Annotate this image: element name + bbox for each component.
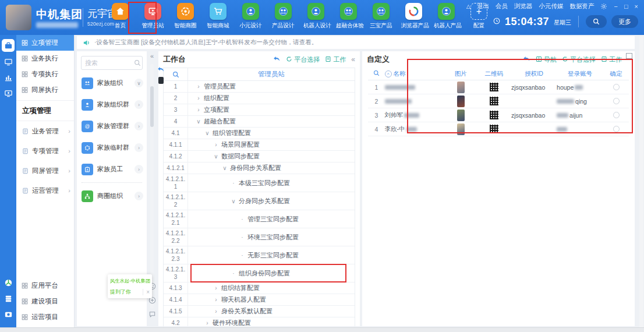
topnav-item-小元设计[interactable]: 小元设计 — [237, 3, 264, 30]
sidebar-item-运营项目[interactable]: 运营项目 — [16, 309, 74, 325]
close-icon[interactable]: × — [635, 3, 638, 10]
tree-row[interactable]: 2›组织配置 — [164, 93, 355, 104]
topnav-item-机器人产品[interactable]: 机器人产品 — [433, 3, 460, 30]
tree-row[interactable]: 3›立项配置 — [164, 104, 355, 116]
sidebar-subitem-同屏管理[interactable]: 同屏管理› — [16, 161, 74, 181]
chevron-right-icon[interactable]: › — [135, 143, 143, 152]
sidebar-subitem-专项管理[interactable]: 专项管理› — [16, 141, 74, 161]
toplink-会员[interactable]: 会员 — [496, 2, 508, 10]
tree-row[interactable]: 4∨超融合配置 — [164, 116, 355, 128]
org-group-家族组织群[interactable]: 家族组织群› — [77, 94, 147, 115]
maximize-icon[interactable]: □ — [624, 3, 628, 10]
table-row[interactable]: 1zjsqxsanbaohoupe — [368, 80, 629, 94]
stack-icon[interactable] — [2, 292, 14, 304]
tree-row[interactable]: 4.1.2.1.1·本级三宝同步配置 — [164, 174, 355, 192]
user-avatar[interactable] — [6, 5, 31, 30]
more-button[interactable]: 更多 — [611, 15, 638, 28]
tree-row[interactable]: 4.1∨组织管理配置 — [164, 128, 355, 139]
chevron-right-icon[interactable]: › — [195, 107, 202, 113]
chevron-down-icon[interactable]: ∨ — [213, 153, 220, 160]
topnav-item-机器人设计[interactable]: 机器人设计 — [302, 3, 330, 30]
chevron-right-icon[interactable]: › — [195, 83, 202, 90]
briefcase-icon[interactable] — [2, 39, 15, 52]
topnav-item-管理员站[interactable]: 管理员站 — [139, 3, 167, 30]
org-group-家族员工[interactable]: 家族员工› — [77, 158, 147, 180]
chevron-right-icon[interactable]: › — [135, 192, 143, 200]
radio-button[interactable] — [613, 112, 620, 118]
radio-button[interactable] — [613, 126, 620, 132]
topnav-item-智能商城[interactable]: 智能商城 — [204, 3, 232, 30]
tree-search-icon[interactable] — [164, 68, 188, 80]
qr-code[interactable] — [490, 97, 498, 105]
collapse-left-icon[interactable]: « — [147, 51, 157, 59]
sidebar-item-应用平台[interactable]: 应用平台 — [16, 278, 74, 294]
chart-icon[interactable] — [2, 72, 14, 83]
chevron-down-icon[interactable]: ∨ — [195, 118, 202, 125]
globe-icon[interactable] — [2, 277, 14, 288]
notification-bar[interactable]: ·设备智三宝商圈 [设备交付物机器人消息]王宁-中机智科发布一条交付物，请查看。 — [77, 36, 635, 49]
org-group-商圈组织[interactable]: 商圈组织› — [77, 185, 147, 207]
topnav-item-三宝产品[interactable]: 三宝产品 — [367, 3, 395, 30]
chevron-down-icon[interactable]: ∨ — [204, 130, 211, 136]
action-工作[interactable]: 工作 — [601, 55, 622, 64]
tree-row[interactable]: 4.1.2.1.2.2·环境三宝同步配置 — [164, 228, 355, 246]
camera-icon[interactable] — [2, 308, 14, 320]
gear-icon[interactable] — [600, 3, 607, 10]
chevron-right-icon[interactable]: › — [195, 95, 202, 101]
chat-icon[interactable] — [147, 310, 157, 320]
topnav-item-智能商圈[interactable]: 智能商圈 — [172, 3, 199, 30]
chevron-right-icon[interactable]: › — [213, 142, 220, 148]
tree-row[interactable]: 4.1.2.1.2.3·无影三宝同步配置 — [164, 246, 355, 264]
tree-row[interactable]: 1›管理员配置 — [164, 81, 355, 93]
table-row[interactable]: 3刘帅军zjsqxsanbaoaijun — [368, 108, 629, 122]
collapse-all-icon[interactable]: ^ — [385, 70, 392, 77]
action-导航[interactable]: 导航 — [536, 55, 557, 64]
sidebar-subitem-运营管理[interactable]: 运营管理› — [16, 181, 74, 200]
topnav-item-产品设计[interactable]: 产品设计 — [270, 3, 297, 30]
screen-gear-icon[interactable] — [2, 87, 14, 99]
topnav-item-超融合体验[interactable]: 超融合体验 — [335, 3, 362, 30]
tree-row[interactable]: 4.1.2.1.2.1·管理三宝同步配置 — [164, 210, 355, 228]
radio-button[interactable] — [613, 84, 620, 90]
qr-code[interactable] — [490, 125, 498, 133]
share-back-icon[interactable] — [273, 55, 281, 64]
mini-window-icon[interactable] — [158, 77, 164, 84]
qr-code[interactable] — [490, 83, 498, 91]
sidebar-subitem-业务管理[interactable]: 业务管理› — [16, 121, 74, 141]
tree-row[interactable]: 4.1.2∨数据同步配置 — [164, 151, 355, 163]
qr-code[interactable] — [490, 111, 498, 119]
chevron-right-icon[interactable]: › — [204, 320, 211, 326]
sidebar-item-同屏执行[interactable]: 同屏执行 — [16, 82, 74, 98]
search-button[interactable] — [586, 15, 607, 28]
org-group-家族管理群[interactable]: @家族管理群› — [77, 115, 147, 137]
chevron-right-icon[interactable]: › — [135, 165, 143, 174]
tree-row[interactable]: 4.1.2.1.2∨分身同步关系配置 — [164, 192, 355, 210]
strip-scrollbar-thumb[interactable] — [150, 86, 154, 127]
table-row[interactable]: 4李欣-中 — [368, 122, 629, 136]
chevron-right-icon[interactable]: › — [135, 122, 143, 130]
toplink-浏览器[interactable]: 浏览器 — [514, 2, 533, 10]
chevron-right-icon[interactable]: › — [213, 285, 220, 291]
chevron-down-icon[interactable]: ∨ — [221, 165, 228, 171]
toplink-小元传媒[interactable]: 小元传媒 — [539, 2, 563, 10]
org-group-家族临时群[interactable]: 家族临时群› — [77, 137, 147, 158]
chevron-right-icon[interactable]: › — [135, 100, 143, 109]
sidebar-item-专项执行[interactable]: 专项执行 — [16, 66, 74, 82]
tree-row[interactable]: 4.1.2.1.3·组织身份同步配置 — [164, 264, 355, 282]
tree-row[interactable]: 4.1.5›身份关系默认配置 — [164, 306, 355, 317]
chevron-down-icon[interactable]: ∨ — [230, 198, 237, 204]
minimize-icon[interactable]: − — [614, 3, 617, 10]
radio-button[interactable] — [613, 98, 620, 104]
tree-row[interactable]: 4.1.4›聊天机器人配置 — [164, 294, 355, 306]
share-back-icon[interactable] — [522, 55, 530, 64]
chevron-right-icon[interactable]: › — [213, 296, 220, 303]
toplink-退出[interactable]: 退出 — [477, 2, 489, 10]
mention-popup-text[interactable]: 提到了你 — [110, 288, 143, 296]
sidebar-item-业务执行[interactable]: 业务执行 — [16, 51, 74, 66]
collapse-panel-icon[interactable]: « — [351, 55, 355, 63]
close-icon[interactable]: × — [143, 289, 150, 295]
action-平台选择[interactable]: 平台选择 — [286, 55, 320, 64]
sidebar-item-立项管理[interactable]: 立项管理 — [16, 35, 74, 51]
sidebar-item-建设项目[interactable]: 建设项目 — [16, 294, 74, 309]
screen-icon[interactable] — [2, 56, 14, 68]
